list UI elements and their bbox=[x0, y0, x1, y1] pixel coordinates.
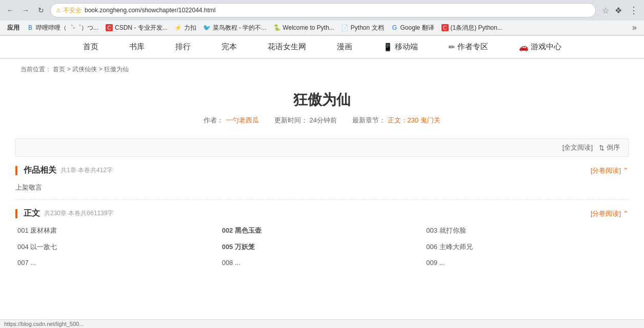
book-header: 狂傲为仙 作者： 一勺老西瓜 更新时间： 24分钟前 最新章节： 正文：230 … bbox=[0, 80, 644, 130]
breadcrumb: 当前位置： 首页 > 武侠仙侠 > 狂傲为仙 bbox=[0, 59, 644, 80]
url-text: book.zongheng.com/showchapter/1022044.ht… bbox=[85, 7, 216, 14]
chapter-cell-005: 005 万妖笼 bbox=[220, 239, 425, 255]
leetcode-icon: ⚡ bbox=[175, 24, 182, 31]
chapter-link-009[interactable]: 009 ... bbox=[426, 259, 445, 266]
bookmark-csdn[interactable]: CCSDN - 专业开发... bbox=[103, 23, 171, 33]
nav-flower[interactable]: 花语女生网 bbox=[268, 42, 306, 52]
chapter-cell-002: 002 黑色玉壶 bbox=[220, 223, 425, 238]
sort-control[interactable]: ⇅ 倒序 bbox=[599, 143, 620, 152]
works-section-header: 作品相关 共1章·本卷共412字 [分卷阅读] ⌃ bbox=[15, 165, 629, 176]
csdn-icon: C bbox=[106, 24, 113, 31]
book-meta: 作者： 一勺老西瓜 更新时间： 24分钟前 最新章节： 正文：230 鬼门关 bbox=[0, 116, 644, 125]
chapter-cell-007: 007 ... bbox=[15, 256, 220, 270]
bookmarks-bar: 应用 B哔哩哔哩（゜-゜）つ... CCSDN - 专业开发... ⚡力扣 🐦菜… bbox=[0, 20, 644, 35]
works-chapter-list: 上架敬言 bbox=[15, 180, 629, 195]
mobile-icon: 📱 bbox=[383, 43, 393, 52]
bookmark-csdn-python[interactable]: C(1条消息) Python... bbox=[438, 23, 506, 33]
browser-chrome: ← → ↻ ⚠ 不安全 book.zongheng.com/showchapte… bbox=[0, 0, 644, 36]
nav-mobile[interactable]: 📱 移动端 bbox=[383, 42, 418, 52]
breadcrumb-sep2: > bbox=[98, 66, 102, 73]
breadcrumb-prefix: 当前位置： bbox=[21, 66, 51, 73]
works-section: 作品相关 共1章·本卷共412字 [分卷阅读] ⌃ 上架敬言 bbox=[15, 165, 629, 200]
sort-label: 倒序 bbox=[607, 143, 620, 152]
browser-toolbar: ← → ↻ ⚠ 不安全 book.zongheng.com/showchapte… bbox=[0, 0, 644, 20]
browser-menu-icon[interactable]: ⋮ bbox=[628, 4, 640, 16]
csdn2-icon: C bbox=[441, 24, 449, 31]
python-icon: 🐍 bbox=[273, 24, 280, 31]
book-title: 狂傲为仙 bbox=[0, 90, 644, 110]
author-meta: 作者： 一勺老西瓜 bbox=[204, 116, 259, 125]
nav-comic[interactable]: 漫画 bbox=[337, 42, 352, 52]
main-section-header: 正文 共230章·本卷共661139字 [分卷阅读] ⌃ bbox=[15, 208, 629, 219]
chapter-cell-006: 006 主峰大师兄 bbox=[424, 239, 629, 255]
chapter-link-preface[interactable]: 上架敬言 bbox=[15, 183, 42, 191]
browser-extension-icon[interactable]: ❖ bbox=[612, 4, 625, 16]
bookmark-python-welcome[interactable]: 🐍Welcome to Pyth... bbox=[270, 23, 337, 32]
chapter-link-001[interactable]: 001 废材林肃 bbox=[17, 227, 57, 234]
breadcrumb-home[interactable]: 首页 bbox=[53, 66, 65, 73]
full-read-link[interactable]: [全文阅读] bbox=[562, 143, 593, 152]
bookmark-python-docs[interactable]: 📄Python 文档 bbox=[338, 23, 387, 33]
main-section-title: 正文 共230章·本卷共661139字 bbox=[15, 208, 113, 219]
security-icon: ⚠ bbox=[56, 7, 61, 14]
bilibili-icon: B bbox=[27, 24, 34, 31]
bookmarks-more-icon[interactable]: » bbox=[629, 22, 640, 33]
bookmark-apps[interactable]: 应用 bbox=[4, 23, 23, 33]
nav-rank[interactable]: 排行 bbox=[175, 42, 191, 52]
works-read-link[interactable]: [分卷阅读] ⌃ bbox=[591, 166, 629, 175]
google-translate-icon: G bbox=[391, 24, 398, 31]
main-read-link[interactable]: [分卷阅读] ⌃ bbox=[591, 209, 629, 218]
works-collapse-icon: ⌃ bbox=[623, 167, 629, 174]
refresh-button[interactable]: ↻ bbox=[35, 4, 47, 16]
chapter-link-007[interactable]: 007 ... bbox=[17, 259, 36, 266]
chapter-link-006[interactable]: 006 主峰大师兄 bbox=[426, 243, 472, 251]
main-collapse-icon: ⌃ bbox=[623, 210, 629, 217]
game-icon: 🚗 bbox=[519, 43, 529, 52]
security-warning: 不安全 bbox=[63, 6, 82, 15]
breadcrumb-current[interactable]: 狂傲为仙 bbox=[104, 66, 129, 73]
nav-complete[interactable]: 完本 bbox=[222, 42, 237, 52]
back-button[interactable]: ← bbox=[4, 4, 16, 16]
works-title-text: 作品相关 bbox=[24, 165, 56, 176]
bookmark-google-translate[interactable]: GGoogle 翻译 bbox=[388, 23, 437, 33]
section-bar-icon bbox=[15, 166, 17, 175]
chapter-cell-004: 004 以一敌七 bbox=[15, 239, 220, 255]
bookmark-runoob[interactable]: 🐦菜鸟教程 - 学的不... bbox=[200, 23, 270, 33]
bookmark-bilibili[interactable]: B哔哩哔哩（゜-゜）つ... bbox=[24, 23, 102, 33]
breadcrumb-category[interactable]: 武侠仙侠 bbox=[72, 66, 97, 73]
latest-chapter-link[interactable]: 正文：230 鬼门关 bbox=[388, 116, 440, 124]
chapter-link-004[interactable]: 004 以一敌七 bbox=[17, 243, 57, 251]
bookmark-star-icon[interactable]: ☆ bbox=[602, 6, 609, 15]
chapter-grid: 001 废材林肃 002 黑色玉壶 003 就打你脸 004 以一敌七 005 … bbox=[15, 223, 629, 270]
address-bar[interactable]: ⚠ 不安全 book.zongheng.com/showchapter/1022… bbox=[50, 3, 596, 17]
main-section-bar-icon bbox=[15, 209, 17, 218]
breadcrumb-sep1: > bbox=[67, 66, 72, 73]
main-section: 正文 共230章·本卷共661139字 [分卷阅读] ⌃ 001 废材林肃 00… bbox=[15, 208, 629, 270]
sort-icon: ⇅ bbox=[599, 144, 605, 152]
latest-meta: 最新章节： 正文：230 鬼门关 bbox=[352, 116, 440, 125]
chapter-link-008[interactable]: 008 ... bbox=[222, 259, 240, 266]
works-divider bbox=[15, 199, 629, 200]
nav-home[interactable]: 首页 bbox=[83, 42, 98, 52]
update-time: 24分钟前 bbox=[309, 116, 336, 124]
nav-author[interactable]: ✏ 作者专区 bbox=[449, 42, 488, 52]
chapter-item-preface: 上架敬言 bbox=[15, 180, 42, 195]
chapter-link-002[interactable]: 002 黑色玉壶 bbox=[222, 227, 261, 234]
nav-game[interactable]: 🚗 游戏中心 bbox=[519, 42, 561, 52]
author-link[interactable]: 一勺老西瓜 bbox=[226, 116, 259, 124]
chapter-cell-009: 009 ... bbox=[424, 256, 629, 270]
author-icon: ✏ bbox=[449, 43, 455, 52]
python-docs-icon: 📄 bbox=[341, 24, 349, 31]
nav-library[interactable]: 书库 bbox=[129, 42, 145, 52]
main-title-text: 正文 bbox=[24, 208, 40, 219]
chapter-link-005[interactable]: 005 万妖笼 bbox=[222, 243, 255, 251]
chapter-cell-001: 001 废材林肃 bbox=[15, 223, 220, 238]
works-section-title: 作品相关 共1章·本卷共412字 bbox=[15, 165, 113, 176]
bookmark-leetcode[interactable]: ⚡力扣 bbox=[172, 23, 199, 33]
chapter-link-003[interactable]: 003 就打你脸 bbox=[426, 227, 466, 234]
forward-button[interactable]: → bbox=[19, 4, 32, 16]
chapter-cell-008: 008 ... bbox=[220, 256, 425, 270]
update-meta: 更新时间： 24分钟前 bbox=[274, 116, 337, 125]
chapter-cell-003: 003 就打你脸 bbox=[424, 223, 629, 238]
site-nav: 首页 书库 排行 完本 花语女生网 漫画 📱 移动端 ✏ 作者专区 🚗 游戏中心 bbox=[0, 36, 644, 59]
